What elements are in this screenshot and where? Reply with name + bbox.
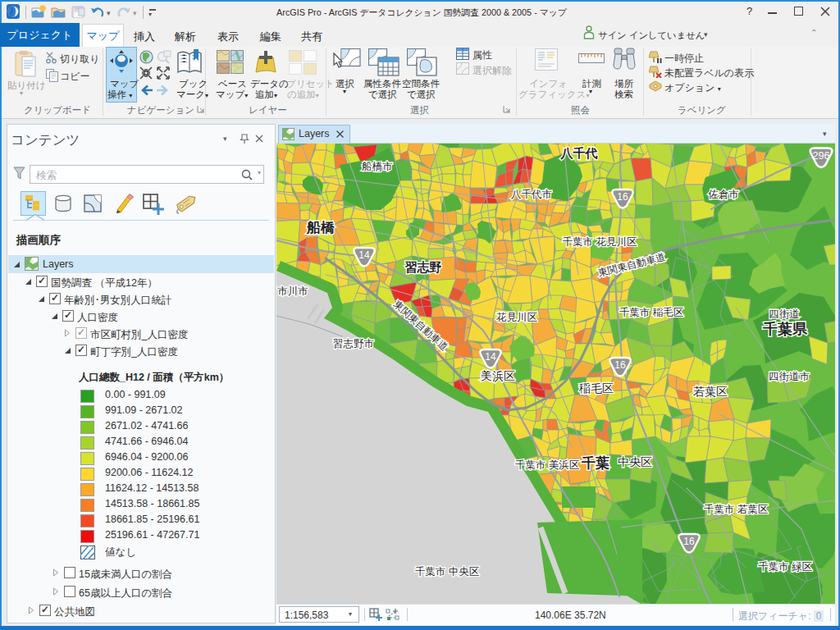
svg-text:市川市: 市川市 <box>277 285 308 297</box>
svg-text:千葉市 稲毛区: 千葉市 稲毛区 <box>619 307 684 318</box>
svg-text:千葉市 緑区: 千葉市 緑区 <box>758 561 812 573</box>
svg-text:八千代市: 八千代市 <box>511 189 552 200</box>
svg-text:千葉市 花見川区: 千葉市 花見川区 <box>563 236 637 248</box>
svg-text:千葉市 美浜区: 千葉市 美浜区 <box>515 459 580 471</box>
svg-text:花見川区: 花見川区 <box>495 312 538 323</box>
svg-text:習志野市: 習志野市 <box>333 338 374 349</box>
svg-text:千葉県: 千葉県 <box>762 321 808 337</box>
svg-text:船橋: 船橋 <box>306 220 336 235</box>
svg-text:千葉市 若葉区: 千葉市 若葉区 <box>704 504 769 515</box>
svg-text:佐倉市: 佐倉市 <box>708 189 739 200</box>
svg-text:14: 14 <box>485 351 496 363</box>
svg-text:八千代: 八千代 <box>560 146 598 160</box>
svg-text:14: 14 <box>358 249 370 261</box>
svg-text:千葉市 中央区: 千葉市 中央区 <box>415 566 480 578</box>
svg-text:美浜区: 美浜区 <box>481 369 515 382</box>
svg-text:稲毛区: 稲毛区 <box>578 381 614 395</box>
svg-text:千葉: 千葉 <box>581 455 609 471</box>
svg-text:296: 296 <box>812 150 829 162</box>
svg-text:16: 16 <box>614 359 626 371</box>
svg-text:16: 16 <box>617 191 628 203</box>
svg-text:船橋市: 船橋市 <box>361 161 393 172</box>
svg-text:若葉区: 若葉区 <box>693 385 728 398</box>
svg-text:四街道: 四街道 <box>769 308 800 320</box>
svg-text:習志野: 習志野 <box>405 260 442 274</box>
svg-text:中央区: 中央区 <box>618 455 652 468</box>
svg-text:16: 16 <box>683 536 695 547</box>
svg-text:四街道市: 四街道市 <box>769 371 810 382</box>
